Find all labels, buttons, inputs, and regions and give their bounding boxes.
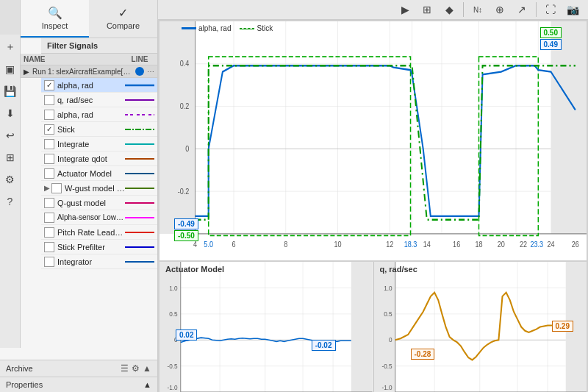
svg-text:5.0: 5.0 xyxy=(204,240,213,249)
signal-checkbox[interactable]: ✓ xyxy=(44,124,54,135)
signal-row-alpha-rad2[interactable]: alpha, rad xyxy=(41,107,157,122)
archive-expand[interactable]: ▲ xyxy=(143,363,151,374)
svg-text:10: 10 xyxy=(334,240,342,249)
signal-line xyxy=(125,140,154,149)
save-icon[interactable]: 💾 xyxy=(2,83,18,99)
svg-rect-83 xyxy=(374,262,395,392)
signal-row-actuator[interactable]: Actuator Model xyxy=(41,166,157,181)
inspect-tab[interactable]: 🔍 Inspect xyxy=(21,0,89,38)
svg-text:18: 18 xyxy=(475,240,483,249)
svg-text:1.0: 1.0 xyxy=(384,285,392,292)
svg-rect-58 xyxy=(351,262,373,392)
help-icon[interactable]: ? xyxy=(2,193,18,210)
signal-row-integrate-qdot[interactable]: Integrate qdot xyxy=(41,152,157,166)
signal-line xyxy=(125,154,154,163)
q-radsec-plot[interactable]: q, rad/sec -0.28 0.29 xyxy=(374,262,587,392)
signal-checkbox[interactable] xyxy=(44,198,54,208)
svg-text:12: 12 xyxy=(386,240,394,249)
archive-row: Archive ☰ ⚙ ▲ xyxy=(0,360,157,377)
signal-line xyxy=(125,96,154,104)
legend-alpha: alpha, rad xyxy=(182,24,231,32)
share-icon[interactable]: ↩ xyxy=(2,127,18,143)
actuator-label-002: 0.02 xyxy=(176,329,197,341)
svg-rect-16 xyxy=(159,21,196,234)
svg-text:6: 6 xyxy=(232,240,236,249)
play-btn[interactable]: ▶ xyxy=(395,0,415,19)
download-icon[interactable]: ⬇ xyxy=(2,105,18,121)
svg-text:18.3: 18.3 xyxy=(404,240,417,249)
svg-text:0: 0 xyxy=(389,337,392,343)
signal-checkbox[interactable] xyxy=(51,183,62,193)
fit-btn[interactable]: ⛶ xyxy=(541,0,560,19)
data-label-049: 0.49 xyxy=(540,39,562,50)
cursor-btn[interactable]: ◆ xyxy=(440,0,459,19)
run-header[interactable]: ▶ Run 1: slexAircraftExample[Current... … xyxy=(21,65,157,78)
compare-tab[interactable]: ✓ Compare xyxy=(89,0,157,38)
actuator-label-n002: -0.02 xyxy=(312,340,336,351)
signal-row-integrate[interactable]: Integrate xyxy=(41,137,157,152)
actuator-plot[interactable]: Actuator Model 0.02 -0.02 xyxy=(159,262,373,392)
sidebar-bottom: Archive ☰ ⚙ ▲ Properties ▲ xyxy=(0,360,157,392)
svg-text:0: 0 xyxy=(185,144,189,153)
signal-checkbox[interactable] xyxy=(44,110,54,120)
signal-checkbox[interactable] xyxy=(44,168,54,179)
signal-row-stick-prefilter[interactable]: Stick Prefilter xyxy=(41,240,157,254)
signal-row-qgust[interactable]: Q-gust model xyxy=(41,196,157,210)
zoom-btn[interactable]: ⊕ xyxy=(490,0,509,19)
signal-row-wgust[interactable]: ▶ W-gust model (2) xyxy=(41,181,157,196)
signal-row-alpha-sensor[interactable]: Alpha-sensor Low-pass Filte... xyxy=(41,210,157,225)
data-label-050: 0.50 xyxy=(540,27,562,38)
signal-table: ✓ alpha, rad q, rad/sec alpha, rad ✓ Sti… xyxy=(41,78,157,360)
svg-rect-57 xyxy=(159,262,181,392)
settings-icon[interactable]: ⚙ xyxy=(2,171,18,188)
signal-row-pitch-rate[interactable]: Pitch Rate Lead Filter xyxy=(41,225,157,240)
signal-row-integrator[interactable]: Integrator xyxy=(41,254,157,269)
signal-checkbox[interactable] xyxy=(44,227,54,238)
layers-icon[interactable]: ▣ xyxy=(2,61,18,77)
signal-row-alpha-rad[interactable]: ✓ alpha, rad xyxy=(41,78,157,93)
q-title: q, rad/sec xyxy=(380,265,417,274)
run-color-dot xyxy=(135,67,144,76)
actuator-title: Actuator Model xyxy=(165,265,224,274)
svg-text:-1.0: -1.0 xyxy=(167,385,178,391)
grid-btn[interactable]: ⊞ xyxy=(417,0,437,19)
main-plot-svg: 0.4 0.2 0 -0.2 -0.4 4 5.0 6 8 10 12 18.3… xyxy=(159,21,587,260)
camera-btn[interactable]: 📷 xyxy=(563,0,582,19)
signal-checkbox[interactable] xyxy=(44,257,54,267)
signal-line xyxy=(125,110,154,119)
signal-table-header: NAME LINE xyxy=(21,54,157,65)
archive-icon1[interactable]: ☰ xyxy=(121,363,129,374)
signal-checkbox[interactable] xyxy=(44,154,54,164)
data-label-n049: -0.49 xyxy=(174,218,198,229)
filter-label: Filter Signals xyxy=(41,38,157,54)
signal-checkbox[interactable]: ✓ xyxy=(44,80,54,90)
svg-text:8: 8 xyxy=(284,240,287,249)
signal-checkbox[interactable] xyxy=(44,139,54,149)
pan-btn[interactable]: ↗ xyxy=(512,0,531,19)
svg-text:26: 26 xyxy=(572,240,580,249)
expand-icon[interactable]: ▶ xyxy=(44,184,51,192)
run-menu[interactable]: ⋯ xyxy=(147,68,154,76)
signal-checkbox[interactable] xyxy=(44,213,54,223)
legend-stick: Stick xyxy=(240,24,273,32)
main-plot[interactable]: alpha, rad Stick 0.50 0.49 -0.49 -0.50 xyxy=(159,21,587,260)
compare-icon: ✓ xyxy=(118,6,128,20)
scale-btn[interactable]: N↕ xyxy=(468,0,487,19)
signal-row-stick[interactable]: ✓ Stick xyxy=(41,122,157,137)
svg-text:-0.2: -0.2 xyxy=(178,187,190,196)
signal-checkbox[interactable] xyxy=(44,242,54,252)
properties-expand[interactable]: ▲ xyxy=(143,380,151,389)
archive-label: Archive xyxy=(6,364,121,373)
add-icon[interactable]: ＋ xyxy=(2,39,18,55)
svg-text:0.5: 0.5 xyxy=(169,311,178,318)
signal-checkbox[interactable] xyxy=(44,95,54,105)
grid-icon[interactable]: ⊞ xyxy=(2,149,18,165)
properties-row: Properties ▲ xyxy=(0,377,157,392)
signal-row-q-radsec[interactable]: q, rad/sec xyxy=(41,93,157,107)
sidebar-tools: ＋ ▣ 💾 ⬇ ↩ ⊞ ⚙ ? xyxy=(0,35,21,348)
q-label-029: 0.29 xyxy=(552,321,573,332)
archive-icon2[interactable]: ⚙ xyxy=(132,363,140,374)
plot-area: alpha, rad Stick 0.50 0.49 -0.49 -0.50 xyxy=(158,20,588,392)
signal-line xyxy=(125,228,154,237)
archive-icons: ☰ ⚙ ▲ xyxy=(121,363,151,374)
